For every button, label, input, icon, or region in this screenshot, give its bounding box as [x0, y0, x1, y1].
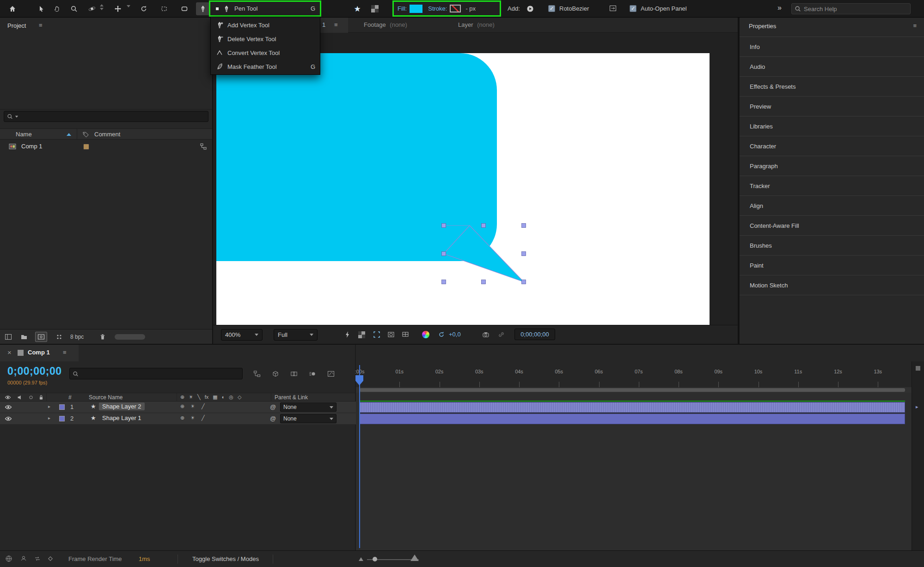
show-snapshot-button[interactable] [496, 329, 507, 340]
toggle-switches-modes-button[interactable]: Toggle Switches / Modes [184, 555, 267, 562]
graph-editor-button[interactable] [326, 369, 336, 379]
pen-tool-flyout-header[interactable]: Pen Tool G [209, 0, 321, 17]
shape-from-text-button[interactable]: ★ [350, 2, 364, 15]
switch-column-icon[interactable]: ▦ [213, 394, 217, 400]
switch-column-icon[interactable]: ◐ [222, 394, 225, 400]
transfer-controls-icon[interactable] [33, 555, 42, 563]
layer-visibility-toggle[interactable] [5, 403, 12, 411]
hand-tool-button[interactable] [50, 2, 64, 15]
audio-column-icon[interactable] [17, 394, 23, 401]
properties-item-character[interactable]: Character [740, 136, 924, 156]
zoom-out-mountain-icon[interactable] [359, 557, 363, 561]
resolution-dropdown[interactable]: Full [274, 329, 318, 341]
layer-duration-bar-1[interactable] [360, 402, 905, 413]
timeline-tab[interactable]: × Comp 1 ≡ [0, 345, 79, 361]
layer-switch-anchor[interactable]: ⊕ [180, 403, 184, 409]
source-name-column-label[interactable]: Source Name [89, 394, 122, 401]
channel-wheel-icon[interactable] [422, 331, 429, 338]
timeline-current-timecode[interactable]: 0;00;00;00 [7, 365, 62, 378]
layer-name[interactable]: Shape Layer 2 [99, 402, 145, 410]
properties-item-audio[interactable]: Audio [740, 57, 924, 77]
switch-column-icon[interactable]: ☀ [189, 394, 193, 400]
zoom-in-mountain-icon[interactable] [410, 555, 419, 561]
properties-item-tracker[interactable]: Tracker [740, 176, 924, 196]
properties-item-effects-presets[interactable]: Effects & Presets [740, 77, 924, 97]
switch-column-icon[interactable]: ◎ [229, 394, 233, 400]
layer-switch-quality[interactable]: ☀ [190, 415, 195, 421]
project-search-input[interactable] [20, 113, 205, 120]
speech-bubble-shape[interactable] [216, 53, 497, 261]
layer-switch-fx[interactable]: ╱ [202, 403, 205, 409]
layer-expand-arrow[interactable]: ▸ [48, 415, 50, 421]
region-of-interest-button[interactable] [371, 329, 382, 340]
layer-duration-bar-2[interactable] [360, 414, 905, 424]
label-color-swatch[interactable] [83, 144, 89, 150]
pen-menu-item-delete-vertex-tool[interactable]: Delete Vertex Tool [211, 32, 320, 46]
column-comment[interactable]: Comment [94, 131, 120, 138]
properties-item-paint[interactable]: Paint [740, 256, 924, 275]
exposure-value[interactable]: +0,0 [449, 331, 461, 338]
composition-canvas[interactable] [216, 53, 710, 325]
draft-3d-button[interactable] [270, 369, 281, 379]
layer-name[interactable]: Shape Layer 1 [99, 414, 145, 422]
home-button[interactable] [6, 2, 19, 15]
parent-link-column-label[interactable]: Parent & Link [275, 394, 308, 401]
layer-visibility-toggle[interactable] [5, 415, 12, 422]
frame-blending-button[interactable] [289, 369, 299, 379]
camera-tool-caret[interactable] [100, 4, 104, 10]
pick-whip-icon[interactable]: @ [270, 415, 276, 422]
selection-tool-button[interactable] [34, 2, 48, 15]
sort-ascending-icon[interactable] [67, 133, 71, 136]
preview-time-display[interactable]: 0;00;00;00 [514, 329, 555, 340]
lock-column-icon[interactable] [38, 394, 44, 401]
stroke-label[interactable]: Stroke: [428, 5, 447, 12]
project-panel-title[interactable]: Project [7, 22, 26, 29]
column-name[interactable]: Name [16, 131, 32, 138]
toolbar-overflow-chevron[interactable]: » [777, 4, 782, 12]
layer-row-shape-layer-1[interactable]: ▸2★Shape Layer 1⊕☀╱@None [0, 413, 356, 425]
eye-column-icon[interactable] [5, 394, 11, 401]
trash-icon[interactable] [99, 333, 106, 341]
selection-handle[interactable] [482, 280, 486, 284]
composition-tab[interactable]: 1 ≡ [316, 18, 348, 33]
selection-handle[interactable] [522, 224, 526, 228]
properties-item-align[interactable]: Align [740, 196, 924, 216]
keyframe-icon[interactable] [46, 555, 55, 563]
motion-blur-button[interactable] [307, 369, 318, 379]
pen-menu-item-mask-feather-tool[interactable]: Mask Feather ToolG [211, 60, 320, 73]
layer-color-label[interactable] [59, 416, 65, 421]
reset-exposure-button[interactable] [436, 329, 447, 340]
selection-handle[interactable] [482, 224, 486, 228]
work-area-bar[interactable] [360, 388, 905, 392]
next-keyframe-icon[interactable]: ▸ [916, 404, 918, 410]
stroke-color-swatch[interactable] [450, 5, 461, 12]
layer-tab[interactable]: Layer (none) [458, 21, 495, 28]
timeline-zoom-knob[interactable] [373, 557, 377, 561]
layer-switch-anchor[interactable]: ⊕ [180, 415, 184, 421]
transparency-grid-button[interactable] [356, 329, 367, 340]
layer-switch-fx[interactable]: ╱ [202, 415, 205, 421]
magnification-dropdown[interactable]: 400% [221, 329, 263, 341]
layer-switch-quality[interactable]: ☀ [190, 403, 195, 409]
panel-icon[interactable] [5, 333, 12, 341]
pan-tool-caret[interactable] [127, 7, 130, 14]
properties-item-content-aware-fill[interactable]: Content-Aware Fill [740, 216, 924, 236]
scrollbar-thumb[interactable] [115, 334, 145, 340]
timeline-panel-menu-icon[interactable]: ≡ [63, 349, 67, 356]
pen-tool-button[interactable] [196, 2, 210, 15]
layer-row-shape-layer-2[interactable]: ▸1★Shape Layer 2⊕☀╱@None [0, 402, 356, 413]
close-tab-icon[interactable]: × [7, 348, 12, 356]
rotobezier-checkbox[interactable]: ✓ [548, 5, 555, 12]
stroke-width-value[interactable]: - px [465, 5, 476, 12]
timeline-search-input[interactable] [80, 370, 239, 377]
pick-whip-icon[interactable]: @ [270, 403, 276, 410]
auto-open-panel-checkbox[interactable]: ✓ [630, 5, 636, 12]
properties-panel-menu-icon[interactable]: ≡ [913, 22, 917, 29]
footage-tab[interactable]: Footage (none) [364, 21, 407, 28]
timeline-ruler[interactable]: :00s01s02s03s04s05s06s07s08s09s10s11s12s… [356, 361, 912, 387]
switch-column-icon[interactable]: ◇ [238, 394, 241, 400]
layer-expand-arrow[interactable]: ▸ [48, 404, 50, 409]
viewer-panel-menu-icon[interactable]: ≡ [334, 21, 338, 28]
current-time-indicator-line[interactable] [359, 365, 360, 548]
properties-panel-title[interactable]: Properties [749, 23, 776, 30]
